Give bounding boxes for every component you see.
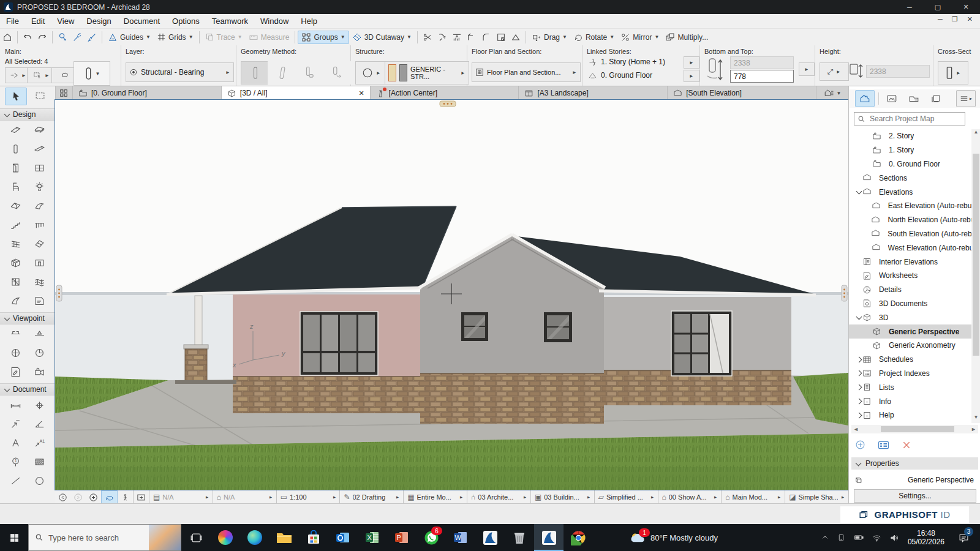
angle-dimension-tool-icon[interactable] — [29, 416, 50, 432]
quick-option-03-archite-[interactable]: ⑃03 Archite...▼ — [467, 490, 530, 504]
top-offset-field[interactable]: 2338 — [730, 56, 794, 69]
align-icon[interactable] — [450, 31, 464, 44]
taskbar-app-powerpoint[interactable]: P — [387, 524, 417, 551]
scrollbar-thumb[interactable] — [973, 154, 979, 356]
action-center-button[interactable]: 3 — [953, 524, 974, 551]
inject-parameters-icon[interactable] — [85, 31, 99, 44]
menu-item-file[interactable]: File — [0, 17, 25, 26]
tray-network-icon[interactable] — [872, 534, 881, 542]
tab--a3-landscape-[interactable]: [A3 Landscape] — [519, 86, 668, 100]
home-icon[interactable] — [0, 31, 15, 44]
railing-tool-icon[interactable] — [29, 217, 50, 233]
tab--action-center-[interactable]: [Action Center] — [371, 86, 519, 100]
stair-tool-icon[interactable] — [6, 217, 26, 233]
search-highlight-image[interactable] — [149, 525, 181, 550]
geometry-rotated-button[interactable] — [322, 61, 351, 84]
guides-button[interactable]: Guides▼ — [105, 31, 154, 43]
toolbox-section-viewpoint[interactable]: Viewpoint — [0, 312, 55, 324]
mdi-window-controls[interactable]: ─ ❐ ✕ — [938, 15, 976, 23]
taskbar-app-file-explorer[interactable] — [270, 524, 299, 551]
menu-item-help[interactable]: Help — [295, 17, 323, 26]
taskbar-app-store[interactable] — [299, 524, 328, 551]
geometry-double-slanted-button[interactable] — [295, 61, 324, 84]
tray-volume-icon[interactable] — [890, 534, 899, 542]
level-dimension-tool-icon[interactable] — [29, 397, 50, 413]
navigator-menu-button[interactable]: ▼ — [956, 90, 976, 107]
tree-item-3d-documents[interactable]: 3D Documents — [849, 297, 971, 311]
tree-item-help[interactable]: Help — [849, 408, 971, 422]
tab--south-elevation-[interactable]: [South Elevation] — [668, 86, 816, 100]
orbit-icon[interactable] — [101, 490, 118, 504]
task-view-button[interactable] — [181, 524, 211, 551]
multiply-button[interactable]: Multiply... — [662, 31, 711, 43]
viewpoint-settings-icon[interactable] — [878, 440, 889, 450]
layer-selector[interactable]: Structural - Bearing▼ — [126, 62, 234, 82]
3d-cutaway-button[interactable]: 3D Cutaway▼ — [349, 31, 415, 43]
graphisoft-id-widget[interactable]: GRAPHISOFT ID — [840, 506, 969, 523]
height-field[interactable]: 2338 — [866, 65, 930, 78]
tree-item-east-elevation-auto-rebuild-[interactable]: East Elevation (Auto-rebuild) — [849, 199, 971, 213]
shell-tool-icon[interactable] — [29, 198, 50, 214]
fit-in-window-icon[interactable] — [133, 490, 149, 504]
section-marker-tool-icon[interactable] — [6, 326, 26, 342]
expanded-chevron-icon[interactable] — [855, 190, 862, 193]
linked-home-options-button[interactable]: ▼ — [684, 70, 699, 82]
shell-2-tool-icon[interactable] — [6, 293, 26, 309]
object-tool-icon[interactable] — [6, 179, 26, 195]
column-tool-icon[interactable] — [6, 141, 26, 157]
taskbar-search-box[interactable]: Type here to search — [28, 524, 181, 551]
scroll-up-arrow[interactable]: ▲ — [971, 129, 980, 138]
intersect-icon[interactable] — [464, 31, 479, 44]
drag-button[interactable]: Drag▼ — [529, 31, 570, 43]
hscrollbar-thumb[interactable] — [881, 426, 954, 432]
tree-item-2-story[interactable]: 2. Story — [849, 129, 971, 143]
tree-item-elevations[interactable]: Elevations — [849, 185, 971, 199]
redo-icon[interactable] — [35, 31, 50, 44]
tree-horizontal-scrollbar[interactable]: ◄ ► — [851, 425, 978, 433]
taskbar-clock[interactable]: 16:48 05/02/2026 — [908, 529, 944, 546]
menu-item-view[interactable]: View — [51, 17, 80, 26]
scroll-right-arrow[interactable]: ► — [971, 426, 976, 432]
taskbar-app-archicad-active[interactable] — [534, 524, 564, 551]
structure-shape-button[interactable]: ▼ — [355, 61, 387, 84]
menu-item-options[interactable]: Options — [166, 17, 206, 26]
taskbar-app-excel[interactable]: X — [358, 524, 387, 551]
dimension-tool-icon[interactable] — [6, 397, 26, 413]
layout-book-icon[interactable] — [905, 91, 923, 107]
rotate-button[interactable]: Rotate▼ — [570, 31, 617, 43]
tree-item-lists[interactable]: Lists — [849, 380, 971, 394]
toolbox-section-design[interactable]: Design — [0, 108, 55, 121]
stamp-tool-icon[interactable] — [29, 293, 50, 309]
text-tool-icon[interactable] — [6, 435, 26, 451]
quick-option-1-100[interactable]: ▭1:100▼ — [276, 490, 340, 504]
expanded-chevron-icon[interactable] — [855, 316, 862, 319]
arrow-tool-icon[interactable] — [5, 88, 27, 105]
collapsed-chevron-icon[interactable] — [855, 371, 862, 375]
tree-item-3d[interactable]: 3D — [849, 310, 971, 324]
lamp-tool-icon[interactable] — [29, 179, 50, 195]
pop-up-navigator-icon[interactable] — [55, 86, 73, 100]
project-map-search[interactable] — [854, 112, 965, 126]
quick-option-03-buildin-[interactable]: ▣03 Buildin...▼ — [530, 490, 594, 504]
line-tool-icon[interactable] — [6, 473, 26, 489]
menu-item-document[interactable]: Document — [118, 17, 166, 26]
add-viewpoint-icon[interactable] — [855, 440, 865, 450]
edit-opening-icon[interactable] — [494, 31, 508, 44]
trace-button[interactable]: Trace▼ — [202, 31, 246, 43]
taskbar-app-edge[interactable] — [240, 524, 270, 551]
mirror-button[interactable]: Mirror▼ — [617, 31, 662, 43]
fps-selector[interactable]: Floor Plan and Section...▼ — [472, 62, 581, 82]
zone-tool-icon[interactable] — [6, 274, 26, 290]
elevation-marker-tool-icon[interactable] — [29, 326, 50, 342]
tab--0-ground-floor-[interactable]: [0. Ground Floor] — [73, 86, 222, 100]
taskbar-app-word[interactable]: W — [446, 524, 475, 551]
delete-viewpoint-icon[interactable] — [902, 440, 911, 450]
cross-section-button[interactable]: ▼ — [938, 61, 968, 84]
menu-item-teamwork[interactable]: Teamwork — [206, 17, 254, 26]
groups-button[interactable]: Groups▼ — [298, 31, 349, 44]
marquee-tool-icon[interactable] — [29, 88, 50, 104]
beam-tool-icon[interactable] — [29, 141, 50, 157]
quick-option-simple-sha-[interactable]: ◪Simple Sha...▼ — [785, 490, 848, 504]
taskbar-app-whatsapp[interactable]: 6 — [417, 524, 446, 551]
capture-tool-mini-button[interactable] — [51, 67, 76, 83]
